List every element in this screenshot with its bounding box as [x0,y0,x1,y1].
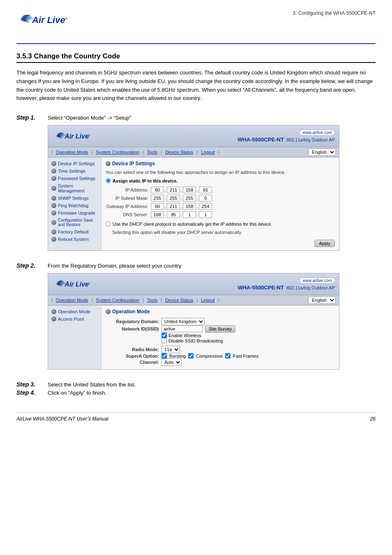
sidebar-password[interactable]: Password Settings [48,175,101,182]
device-body-2: Operation Mode Access Point Operation Mo… [48,305,339,369]
nav-system-config-1[interactable]: System Configuration [95,149,141,155]
gw-octet-4[interactable] [199,203,212,210]
dhcp-radio[interactable]: Use the DHCP client protocol to automati… [106,221,335,227]
super-a-options: Bursting Compression Fast Frames [161,353,258,358]
subnet-octet-1[interactable] [151,195,164,201]
device-logo-svg-2 [52,276,93,292]
airlive-logo [16,8,70,31]
static-ip-radio-input[interactable] [106,178,111,183]
enable-wireless-row[interactable]: Enable Wireless [161,333,335,338]
page-footer: AirLive WHA-5500CPE-NT User’s Manual 26 [16,412,376,422]
gw-octet-2[interactable] [167,203,180,210]
content-info-1: You can select one of the following two … [106,170,335,175]
sidebar-device-ip[interactable]: Device IP Settings [48,160,101,167]
site-survey-button[interactable]: Site Survey [205,325,235,333]
subnet-octet-3[interactable] [183,195,196,201]
disable-ssid-checkbox[interactable] [161,338,167,343]
device-body-1: Device IP Settings Time Settings Passwor… [48,157,339,250]
nav-logout-2[interactable]: Logout [199,297,217,303]
sidebar-icon-config [51,220,56,225]
content-title-2: Operation Mode [106,309,335,314]
sidebar-op-mode[interactable]: Operation Mode [48,308,101,315]
super-a-label: SuperA Option: [106,354,159,358]
dns-octet-4[interactable] [199,211,212,218]
apply-button-1[interactable]: Apply [314,240,335,247]
dns-octet-3[interactable] [183,211,196,218]
disable-ssid-row[interactable]: Disable SSID Broadcasting [161,338,335,343]
device-logo-area-1 [52,128,93,144]
sidebar-access-point[interactable]: Access Point [48,315,101,323]
bursting-label: Bursting [169,354,186,358]
gateway-row: Gateway IP Address: . . . [106,203,335,210]
sidebar-icon-ping [51,203,56,208]
language-select-2[interactable]: English [308,296,336,304]
nav-tools-2[interactable]: Tools [145,297,159,303]
compression-checkbox[interactable] [188,353,194,358]
device-model-2: WHA-5500CPE-NT 802.11a/b/g Outdoor AP [238,284,335,291]
enable-wireless-checkbox[interactable] [161,333,167,338]
device-nav-2[interactable]: | Operation Mode | System Configuration … [48,295,339,305]
step-1-desc: Select “Operation Mode” -> “Setup” [48,114,131,121]
page-reference: 3. Configuring the WHA-5500CPE-NT [293,8,376,16]
gw-octet-1[interactable] [151,203,164,210]
reg-domain-select[interactable]: United Kingdom United States [161,318,205,325]
ip-address-inputs[interactable]: . . . [151,187,212,193]
device-ui-1: www.airlive.com WHA-5500CPE-NT 802.11a/b… [48,125,339,251]
step-1-row: Step 1. Select “Operation Mode” -> “Setu… [16,114,376,121]
ip-octet-4[interactable] [199,187,212,193]
nav-logout-1[interactable]: Logout [199,149,217,155]
device-ui-2: www.airlive.com WHA-5500CPE-NT 802.11a/b… [48,273,339,370]
step-3-label: Step 3. [16,381,41,388]
device-header-2: www.airlive.com WHA-5500CPE-NT 802.11a/b… [48,273,339,295]
channel-select[interactable]: Auto [161,358,182,366]
nav-operation-mode-2[interactable]: Operation Mode [54,297,90,303]
gw-octet-3[interactable] [183,203,196,210]
sidebar-icon-snmp [51,196,56,201]
sidebar-icon-password [51,176,56,181]
dns-label: DNS Server: [106,212,151,217]
compression-label: Compression [196,354,223,358]
device-nav-1[interactable]: | Operation Mode | System Configuration … [48,147,339,157]
gateway-inputs[interactable]: . . . [151,203,212,210]
dhcp-radio-input[interactable] [106,221,111,227]
dns-octet-2[interactable] [167,211,180,218]
nav-system-config-2[interactable]: System Configuration [95,297,141,303]
fast-frames-label: Fast Frames [233,354,258,358]
step-4-desc: Click on “Apply” to finish. [48,389,106,396]
subnet-inputs[interactable]: . . . [151,195,212,201]
sidebar-factory-default[interactable]: Factory Default [48,228,101,236]
dns-octet-1[interactable] [151,211,164,218]
regulatory-domain-row: Regulatory Domain: United Kingdom United… [106,318,335,325]
sidebar-icon-factory [51,229,56,234]
channel-label: Channel: [106,360,159,365]
super-a-row: SuperA Option: Bursting Compression Fast… [106,353,335,358]
sidebar-ping-watchdog[interactable]: Ping Watchdog [48,202,101,209]
fast-frames-checkbox[interactable] [225,353,231,358]
sidebar-snmp[interactable]: SNMP Settings [48,194,101,202]
ip-octet-2[interactable] [167,187,180,193]
static-ip-radio[interactable]: Assign static IP to this device. [106,178,335,183]
sidebar-reboot[interactable]: Reboot System [48,236,101,243]
ip-octet-1[interactable] [151,187,164,193]
channel-row: Channel: Auto [106,358,335,366]
bursting-checkbox[interactable] [161,353,167,358]
dns-inputs[interactable]: . . . [151,211,212,218]
nav-tools-1[interactable]: Tools [145,149,159,155]
sidebar-firmware[interactable]: Firmware Upgrade [48,209,101,217]
nav-device-status-2[interactable]: Device Status [164,297,195,303]
step-3-desc: Select the United States from the list. [48,381,136,388]
ip-octet-3[interactable] [183,187,196,193]
subnet-octet-4[interactable] [199,195,212,201]
website-badge-1: www.airlive.com [300,130,335,136]
subnet-octet-2[interactable] [167,195,180,201]
language-select-1[interactable]: English [308,148,336,156]
nav-device-status-1[interactable]: Device Status [164,149,195,155]
ssid-input[interactable] [161,326,203,332]
footer-left: AirLive WHA-5500CPE-NT User’s Manual [16,416,108,422]
sidebar-time[interactable]: Time Settings [48,167,101,175]
sidebar-system-mgmt[interactable]: System Management [48,182,101,194]
radio-mode-select[interactable]: 11a 11b 11g [161,346,180,353]
nav-operation-mode-1[interactable]: Operation Mode [54,149,90,155]
sidebar-icon-time [51,169,56,173]
sidebar-config-save[interactable]: Configuration Save and Restore [48,217,101,228]
